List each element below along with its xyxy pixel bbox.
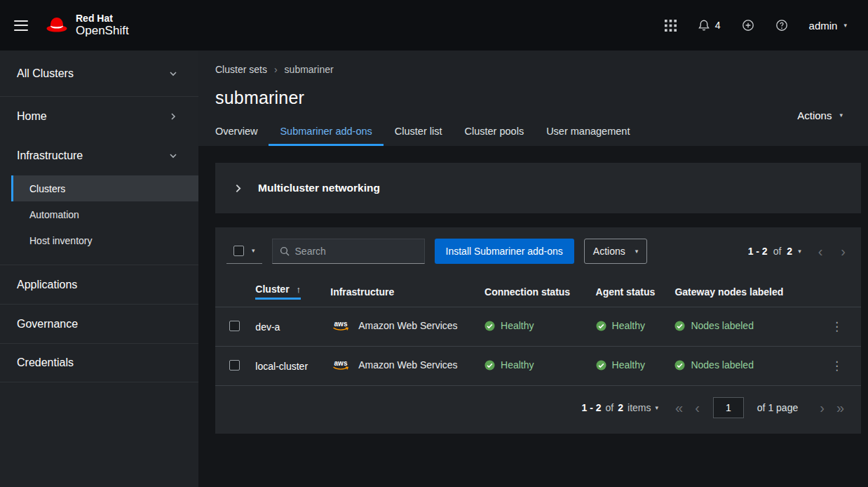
next-page-button[interactable]: › [841, 244, 846, 258]
brand-line2: OpenShift [76, 24, 129, 38]
notification-count: 4 [715, 20, 721, 31]
submariner-table-card: ▾ Install Submariner add-ons Actions ▾ 1… [215, 227, 861, 434]
sidebar-nav: All Clusters Home Infrastructure Cluster… [0, 51, 198, 487]
page-actions-dropdown[interactable]: Actions ▾ [797, 109, 843, 121]
row-actions-kebab-icon[interactable]: ⋮ [825, 357, 848, 375]
agent-status[interactable]: Healthy [596, 320, 645, 331]
previous-page-button[interactable]: ‹ [695, 401, 700, 415]
caret-down-icon: ▾ [843, 22, 847, 29]
cluster-switcher[interactable]: All Clusters [0, 51, 198, 97]
red-hat-fedora-icon [45, 15, 69, 34]
caret-down-icon: ▾ [252, 248, 255, 254]
aws-icon: aws [330, 319, 351, 333]
sidebar-item-label: Credentials [17, 356, 74, 369]
tab-label: Cluster list [395, 126, 442, 137]
sidebar-item-label: Governance [17, 318, 78, 331]
header-actions-cell [817, 275, 861, 307]
row-actions-kebab-icon[interactable]: ⋮ [825, 318, 848, 335]
sidebar-item-credentials[interactable]: Credentials [0, 343, 198, 382]
page-header: Cluster sets › submariner submariner Act… [198, 51, 868, 146]
sidebar-item-applications[interactable]: Applications [0, 265, 198, 304]
first-page-button[interactable]: « [675, 401, 683, 415]
sidebar-item-label: Infrastructure [17, 149, 83, 162]
pagination-range: 1 - 2 [582, 402, 602, 413]
gateway-nodes-status[interactable]: Nodes labeled [674, 359, 754, 371]
svg-text:aws: aws [334, 320, 348, 328]
table-actions-label: Actions [593, 246, 625, 257]
bulk-select-checkbox[interactable] [233, 246, 244, 256]
app-launcher-button[interactable] [665, 20, 677, 32]
chevron-down-icon [169, 69, 177, 78]
table-row-local-cluster: local-cluster aws Amazon Web Services [215, 347, 861, 386]
breadcrumb-link-cluster-sets[interactable]: Cluster sets [215, 64, 267, 75]
caret-down-icon[interactable]: ▾ [798, 248, 801, 255]
status-label: Nodes labeled [691, 320, 754, 331]
tab-overview[interactable]: Overview [204, 119, 269, 146]
brand-line1: Red Hat [76, 13, 129, 24]
sidebar-item-governance[interactable]: Governance [0, 304, 198, 343]
question-circle-icon [775, 19, 788, 32]
tab-cluster-pools[interactable]: Cluster pools [454, 119, 536, 146]
column-header-connection-status: Connection status [476, 275, 588, 307]
page-count-label: of 1 page [757, 402, 798, 413]
brand-logo[interactable]: Red Hat OpenShift [45, 13, 129, 38]
table-actions-dropdown[interactable]: Actions ▾ [584, 239, 647, 264]
status-label: Healthy [612, 359, 645, 371]
current-page-input[interactable] [713, 397, 744, 418]
gateway-nodes-status[interactable]: Nodes labeled [674, 320, 754, 331]
infrastructure-label: Amazon Web Services [358, 359, 457, 371]
row-checkbox[interactable] [229, 360, 240, 371]
header-checkbox-cell [215, 275, 247, 307]
column-header-gateway-nodes: Gateway nodes labeled [666, 275, 817, 307]
pagination-items-word: items [628, 402, 651, 413]
masthead-utilities: 4 admin ▾ [665, 19, 847, 32]
previous-page-button[interactable]: ‹ [818, 244, 823, 258]
user-menu[interactable]: admin ▾ [809, 20, 847, 32]
sidebar-item-label: Home [17, 110, 47, 123]
multicluster-networking-expandable[interactable]: Multicluster networking [215, 163, 861, 213]
search-input[interactable] [295, 246, 417, 257]
check-circle-icon [674, 321, 685, 331]
status-label: Healthy [612, 320, 645, 331]
pagination-summary-dropdown[interactable]: 1 - 2 of 2 items ▾ [582, 402, 658, 413]
pagination-total: 2 [618, 402, 623, 413]
tab-cluster-list[interactable]: Cluster list [384, 119, 454, 146]
page-actions-label: Actions [797, 109, 832, 121]
next-page-button[interactable]: › [820, 401, 825, 415]
masthead: Red Hat OpenShift 4 [0, 0, 868, 51]
sort-by-cluster[interactable]: Cluster ↑ [255, 283, 301, 300]
sidebar-item-clusters[interactable]: Clusters [11, 175, 198, 201]
chevron-down-icon [169, 152, 177, 160]
tab-user-management[interactable]: User management [535, 119, 641, 146]
column-header-agent-status: Agent status [588, 275, 667, 307]
notifications-button[interactable]: 4 [698, 19, 721, 32]
install-submariner-button[interactable]: Install Submariner add-ons [435, 239, 574, 264]
cluster-name: local-cluster [255, 361, 308, 372]
check-circle-icon [674, 360, 685, 371]
sidebar-item-infrastructure[interactable]: Infrastructure [0, 136, 198, 175]
pagination-range: 1 - 2 [748, 246, 768, 257]
create-resource-button[interactable] [742, 19, 754, 32]
pagination-bottom: 1 - 2 of 2 items ▾ « ‹ of 1 page › » [215, 386, 861, 434]
nav-toggle-hamburger-icon[interactable] [14, 20, 28, 31]
table-header-row: Cluster ↑ Infrastructure Connection stat… [215, 275, 861, 307]
infrastructure-label: Amazon Web Services [358, 320, 457, 331]
sidebar-item-host-inventory[interactable]: Host inventory [11, 227, 198, 253]
last-page-button[interactable]: » [836, 401, 844, 415]
connection-status[interactable]: Healthy [484, 320, 534, 331]
bulk-select-dropdown[interactable]: ▾ [226, 239, 262, 264]
breadcrumb-current: submariner [285, 64, 334, 75]
pagination-top-nav: ‹ › [818, 244, 846, 258]
tab-label: Cluster pools [465, 126, 524, 137]
status-label: Nodes labeled [691, 359, 754, 371]
help-button[interactable] [775, 19, 788, 32]
column-header-infrastructure: Infrastructure [322, 275, 476, 307]
connection-status[interactable]: Healthy [484, 359, 534, 371]
sidebar-item-label: Host inventory [29, 235, 92, 246]
grid-apps-icon [665, 20, 677, 32]
tab-submariner-add-ons[interactable]: Submariner add-ons [269, 119, 383, 146]
sidebar-item-home[interactable]: Home [0, 97, 198, 136]
agent-status[interactable]: Healthy [596, 359, 645, 371]
row-checkbox[interactable] [229, 321, 240, 331]
sidebar-item-automation[interactable]: Automation [11, 201, 198, 227]
